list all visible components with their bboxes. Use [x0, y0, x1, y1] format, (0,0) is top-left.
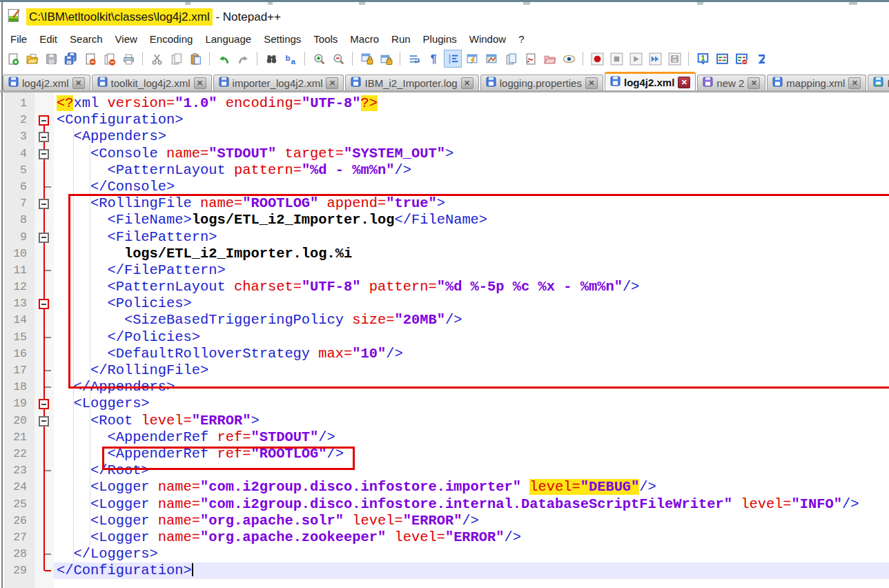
copy-icon[interactable] — [167, 50, 185, 68]
tab-log4j2-xml-active[interactable]: log4j2.xml✕ — [605, 72, 696, 90]
menu-item-macro[interactable]: Macro — [344, 32, 385, 46]
fold-collapse-icon[interactable] — [39, 199, 49, 209]
fold-collapse-icon[interactable] — [39, 299, 49, 309]
code-text[interactable]: <AppenderRef ref="STDOUT"/> — [54, 429, 889, 446]
menu-item-view[interactable]: View — [109, 32, 144, 46]
macro-record-icon[interactable] — [588, 50, 606, 68]
line-number: 22 — [4, 446, 35, 462]
document-map-icon[interactable] — [482, 50, 500, 68]
show-indent-guide-icon[interactable] — [444, 50, 462, 68]
paste-icon[interactable] — [186, 50, 204, 68]
undo-icon[interactable] — [215, 50, 233, 68]
tab-close-icon[interactable]: ✕ — [461, 77, 473, 89]
fold-collapse-icon[interactable] — [39, 132, 49, 142]
word-wrap-icon[interactable] — [405, 50, 423, 68]
fold-collapse-icon[interactable] — [39, 399, 49, 409]
zoom-out-icon[interactable] — [329, 50, 347, 68]
code-token: xml — [73, 95, 99, 111]
fold-collapse-icon[interactable] — [39, 149, 49, 159]
tab-ibm-i2-importer-log[interactable]: IBM_i2_Importer.log✕ — [345, 75, 478, 90]
menu-item-plugins[interactable]: Plugins — [417, 32, 463, 46]
cut-icon[interactable] — [148, 50, 166, 68]
menu-item-help[interactable]: ? — [512, 32, 530, 46]
function-list-icon[interactable] — [463, 50, 481, 68]
sync-vertical-scroll-icon[interactable] — [358, 50, 375, 68]
compare-nav-icon[interactable] — [752, 50, 770, 68]
tab-close-icon[interactable]: ✕ — [72, 77, 85, 89]
tab-et[interactable]: ET — [868, 75, 889, 90]
menu-item-window[interactable]: Window — [463, 32, 512, 46]
tab-close-icon[interactable]: ✕ — [194, 77, 206, 89]
code-text[interactable]: <Root level="ERROR"> — [54, 413, 889, 429]
find-icon[interactable] — [262, 50, 280, 68]
tab-log4j2-xml[interactable]: log4j2.xml✕ — [3, 75, 90, 90]
editor[interactable]: 1<?xml version="1.0" encoding="UTF-8"?>2… — [4, 92, 889, 588]
tab-importer-log4j2-xml[interactable]: importer_log4j2.xml✕ — [213, 75, 344, 90]
tab-close-icon[interactable]: ✕ — [678, 77, 690, 88]
code-text[interactable]: </Loggers> — [54, 546, 889, 562]
fold-collapse-icon[interactable] — [39, 115, 49, 126]
code-text[interactable]: <Loggers> — [54, 395, 889, 412]
tab-close-icon[interactable]: ✕ — [326, 77, 338, 89]
line-number: 6 — [4, 179, 35, 195]
compare-icon[interactable] — [713, 50, 731, 68]
tab-close-icon[interactable]: ✕ — [748, 77, 760, 89]
tab-logging-properties[interactable]: logging.properties✕ — [480, 75, 603, 90]
code-text[interactable]: <Appenders> — [54, 128, 889, 145]
macro-run-multiple-icon[interactable] — [646, 50, 664, 68]
menu-item-settings[interactable]: Settings — [257, 32, 307, 46]
menu-item-tools[interactable]: Tools — [307, 32, 344, 46]
code-text[interactable]: <Console name="STDOUT" target="SYSTEM_OU… — [54, 146, 889, 162]
code-text[interactable]: <Logger name="com.i2group.disco.infostor… — [54, 479, 889, 496]
sync-horizontal-scroll-icon[interactable] — [377, 50, 395, 68]
macro-play-icon[interactable] — [627, 50, 645, 68]
tab-close-icon[interactable]: ✕ — [848, 77, 861, 89]
code-text[interactable]: <?xml version="1.0" encoding="UTF-8"?> — [54, 95, 889, 112]
tab-close-icon[interactable]: ✕ — [585, 77, 598, 89]
compare-clear-icon[interactable] — [732, 50, 750, 68]
code-token: "STDOUT" — [208, 146, 276, 161]
toolbar-separator — [142, 52, 143, 66]
plugin-folder-icon[interactable] — [540, 50, 558, 68]
fold-collapse-icon[interactable] — [39, 233, 49, 243]
menu-item-edit[interactable]: Edit — [33, 32, 63, 46]
document-switcher-icon[interactable] — [502, 50, 520, 68]
code-text[interactable]: </Configuration> — [54, 562, 889, 579]
fold-margin-cell — [35, 128, 54, 145]
tab-toolkit-log4j2-xml[interactable]: toolkit_log4j2.xml✕ — [92, 75, 212, 90]
code-text[interactable]: <Logger name="org.apache.solr" level="ER… — [54, 513, 889, 529]
fold-margin-cell — [35, 379, 54, 395]
redo-icon[interactable] — [234, 50, 252, 68]
open-file-icon[interactable] — [23, 50, 41, 68]
menu-item-language[interactable]: Language — [199, 32, 257, 46]
monitoring-eye-icon[interactable] — [560, 50, 578, 68]
menu-item-run[interactable]: Run — [385, 32, 417, 46]
code-text[interactable]: <PatternLayout pattern="%d - %m%n"/> — [54, 162, 889, 179]
macro-stop-icon[interactable] — [607, 50, 625, 68]
menu-item-file[interactable]: File — [4, 32, 33, 46]
menu-item-search[interactable]: Search — [63, 32, 109, 46]
tab-mapping-xml[interactable]: mapping.xml✕ — [767, 75, 866, 90]
line-number: 26 — [4, 513, 35, 529]
notepad-plus-plus-window: C:\IBM\etltoolkit\classes\log4j2.xml - N… — [0, 0, 889, 588]
code-text[interactable]: <Logger name="com.i2group.disco.infostor… — [54, 496, 889, 513]
code-text[interactable]: <Configuration> — [54, 112, 889, 128]
new-file-icon[interactable] — [3, 50, 21, 68]
macro-save-icon[interactable] — [665, 50, 683, 68]
code-text[interactable]: </Console> — [54, 179, 889, 195]
show-all-characters-icon[interactable]: ¶ — [424, 50, 442, 68]
code-text[interactable]: <Logger name="org.apache.zookeeper" leve… — [54, 529, 889, 546]
print-icon[interactable] — [119, 50, 137, 68]
export-plugin-icon[interactable] — [521, 50, 539, 68]
zoom-in-icon[interactable] — [310, 50, 328, 68]
fold-collapse-icon[interactable] — [39, 416, 49, 427]
code-token: version= — [99, 95, 175, 111]
replace-icon[interactable]: ba — [282, 50, 300, 68]
close-all-icon[interactable] — [100, 50, 118, 68]
compare-set-first-icon[interactable]: 1 — [694, 50, 712, 68]
close-icon[interactable] — [81, 50, 99, 68]
save-all-icon[interactable] — [61, 50, 79, 68]
tab-new-2[interactable]: new 2✕ — [697, 75, 765, 90]
menu-item-encoding[interactable]: Encoding — [144, 32, 199, 46]
save-icon[interactable] — [42, 50, 60, 68]
